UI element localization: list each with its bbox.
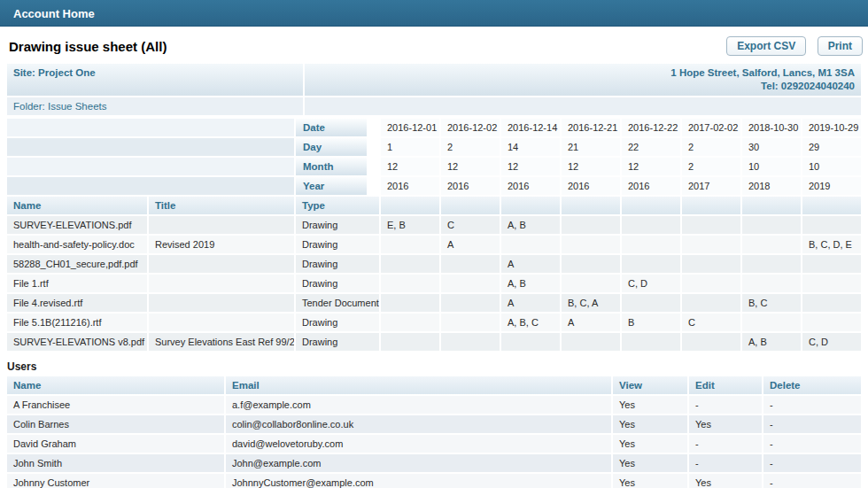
column-header-empty [742,197,801,214]
revision-cell: A, B [742,333,801,351]
nav-account-home-link[interactable]: Account Home [13,7,95,20]
file-name-cell: 58288_CH01_secure,pdf.pdf [7,255,147,273]
page-header: Drawing issue sheet (All) Export CSV Pri… [5,30,863,62]
user-view-cell: Yes [613,435,687,453]
user-delete-cell: - [763,415,861,433]
revision-cell [622,333,680,351]
user-edit-cell: - [689,396,762,414]
date-row-label: Date [296,119,379,136]
column-header-name: Name [7,197,147,214]
revision-cell: B, C [742,294,801,312]
revision-cell [742,255,801,273]
revision-cell [682,275,740,292]
revision-cell [802,275,861,292]
users-heading: Users [7,360,861,373]
revision-cell: A [562,314,620,331]
file-row: SURVEY-ELEVATIONS v8.pdfSurvey Elevation… [7,333,861,351]
revision-cell [381,333,439,351]
revision-cell: A [501,294,560,312]
user-delete-cell: - [763,396,861,414]
page-title: Drawing issue sheet (All) [9,39,167,54]
site-info-table: Site: Project One 1 Hope Street, Salford… [5,62,863,117]
date-value-cell: 12 [381,158,439,175]
date-meta-row: Year20162016201620162016201720182019 [7,177,861,195]
user-email-cell: a.f@example.com [226,396,611,414]
user-email-cell: John@example.com [226,454,611,472]
user-email-cell: JohnnyCustomer@example.com [226,474,611,488]
date-value-cell: 2019-10-29 [802,119,861,136]
file-type-cell: Tender Document [296,294,379,312]
file-row: File 5.1B(211216).rtfDrawingA, B, CABC [7,314,861,331]
revision-cell: A, B [501,216,560,234]
date-row-label-text: Day [296,138,367,156]
revision-cell [742,314,801,331]
user-edit-cell: - [689,454,762,472]
date-value-cell: 2017 [682,177,740,195]
column-header-empty [682,197,740,214]
file-type-cell: Drawing [296,275,379,292]
revision-cell [381,236,439,253]
file-row: SURVEY-ELEVATIONS.pdfDrawingE, BCA, B [7,216,861,234]
file-title-cell: Survey Elevations East Ref 99/23B [149,333,294,351]
user-view-cell: Yes [613,415,687,433]
users-column-header-email: Email [226,376,611,394]
users-table: NameEmailViewEditDelete A Franchiseea.f@… [5,375,863,488]
date-value-cell: 12 [501,158,560,175]
file-title-cell [149,216,294,234]
file-title-cell [149,294,294,312]
site-address: 1 Hope Street, Salford, Lancs, M1 3SA Te… [305,64,861,96]
user-name-cell: David Graham [7,435,224,453]
date-value-cell: 12 [441,158,500,175]
revision-cell [562,275,620,292]
revision-cell [441,333,500,351]
user-email-cell: david@welovetoruby.com [226,435,611,453]
revision-cell [622,216,680,234]
column-header-title: Title [149,197,294,214]
user-name-cell: A Franchisee [7,396,224,414]
revision-cell [381,314,439,331]
revision-cell [742,216,801,234]
revision-cell: A, B, C [501,314,560,331]
file-row: File 1.rtfDrawingA, BC, D [7,275,861,292]
date-value-cell: 2016-12-21 [562,119,620,136]
date-value-cell: 2019 [802,177,861,195]
file-title-cell: Revised 2019 [149,236,294,253]
export-csv-button[interactable]: Export CSV [726,36,806,56]
date-meta-row: Date2016-12-012016-12-022016-12-142016-1… [7,119,861,136]
column-header-empty [802,197,861,214]
date-row-label: Year [296,177,379,195]
print-button[interactable]: Print [818,36,863,56]
revision-cell: A [501,255,560,273]
revision-cell: A, B [501,275,560,292]
revision-cell [562,333,620,351]
date-value-cell: 12 [562,158,620,175]
users-column-header-delete: Delete [763,376,861,394]
file-name-cell: SURVEY-ELEVATIONS.pdf [7,216,147,234]
revision-cell [381,294,439,312]
date-row-spacer [7,119,294,136]
date-value-cell: 2016 [562,177,620,195]
date-row-label-text: Year [296,177,367,195]
file-row: File 4.revised.rtfTender DocumentAB, C, … [7,294,861,312]
revision-cell [802,216,861,234]
date-value-cell: 2 [682,158,740,175]
revision-cell [742,275,801,292]
revision-cell [381,275,439,292]
revision-cell [501,236,560,253]
folder-row: Folder: Issue Sheets [7,97,861,115]
user-name-cell: Colin Barnes [7,415,224,433]
revision-cell: C [441,216,500,234]
users-header: NameEmailViewEditDelete [7,376,861,394]
file-type-cell: Drawing [296,255,379,273]
revision-cell [622,294,680,312]
user-row: John SmithJohn@example.comYes-- [7,454,861,472]
date-value-cell: 29 [802,138,861,156]
date-value-cell: 2018 [742,177,801,195]
user-delete-cell: - [763,435,861,453]
user-view-cell: Yes [613,454,687,472]
users-rows: A Franchiseea.f@example.comYes--Colin Ba… [7,396,861,488]
users-column-header-edit: Edit [689,376,762,394]
file-name-cell: File 1.rtf [7,275,147,292]
date-value-cell: 2016-12-02 [441,119,500,136]
column-header-empty [441,197,500,214]
